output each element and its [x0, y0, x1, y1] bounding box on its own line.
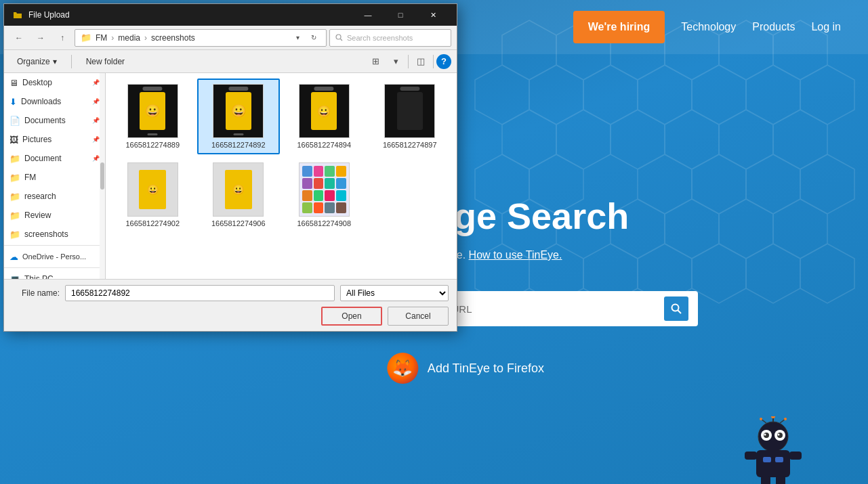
- search-box-placeholder: Search screenshots: [347, 34, 413, 42]
- search-submit-button[interactable]: [664, 296, 688, 321]
- search-box: Search screenshots: [329, 29, 451, 47]
- dialog-bottom: File name: All Files Open Cancel: [4, 279, 457, 331]
- help-button[interactable]: ?: [436, 54, 451, 69]
- toolbar-separator: [71, 55, 72, 68]
- close-button[interactable]: ✕: [417, 4, 449, 26]
- hero-heading: age Search: [434, 196, 629, 236]
- file-label-897: 1665812274897: [383, 141, 437, 149]
- cancel-button[interactable]: Cancel: [388, 307, 449, 326]
- sidebar-item-research[interactable]: 📁 research: [4, 187, 105, 206]
- sidebar-item-label: Pictures: [22, 135, 51, 144]
- sidebar-item-screenshots[interactable]: 📁 screenshots: [4, 225, 105, 244]
- sidebar-item-documents[interactable]: 📄 Documents 📌: [4, 111, 105, 130]
- sidebar-divider-2: [4, 267, 105, 268]
- folder-icon: 📁: [9, 173, 20, 183]
- file-item-897[interactable]: 1665812274897: [369, 79, 452, 154]
- file-item-902[interactable]: 😀 1665812274902: [111, 157, 194, 233]
- preview-pane-button[interactable]: ◫: [411, 53, 430, 70]
- organize-button[interactable]: Organize ▾: [9, 53, 64, 70]
- svg-rect-53: [745, 452, 757, 460]
- sidebar-item-label: Documents: [24, 116, 66, 125]
- filetype-select[interactable]: All Files: [340, 285, 449, 301]
- scrollbar-thumb[interactable]: [100, 162, 104, 190]
- forward-button[interactable]: →: [31, 29, 50, 47]
- sidebar-item-review[interactable]: 📁 Review: [4, 206, 105, 225]
- minimize-button[interactable]: —: [352, 4, 384, 26]
- file-item-894[interactable]: 😀 1665812274894: [283, 79, 366, 154]
- sidebar-item-document[interactable]: 📁 Document 📌: [4, 149, 105, 168]
- sidebar-item-onedrive[interactable]: ☁ OneDrive - Perso...: [4, 247, 105, 266]
- file-label-894: 1665812274894: [297, 141, 351, 149]
- file-item-889[interactable]: 😀 1665812274889: [111, 79, 194, 154]
- svg-point-49: [760, 418, 762, 420]
- sidebar-item-pictures[interactable]: 🖼 Pictures 📌: [4, 130, 105, 149]
- file-label-906: 1665812274906: [211, 219, 266, 227]
- sidebar-item-label: screenshots: [24, 229, 68, 239]
- pin-icon: 📌: [92, 155, 100, 162]
- svg-point-44: [764, 434, 766, 436]
- titlebar-controls: — □ ✕: [352, 4, 449, 26]
- sidebar-item-label: Document: [24, 154, 62, 163]
- sidebar-item-label: Review: [24, 211, 51, 220]
- products-nav-link[interactable]: Products: [752, 21, 795, 33]
- svg-rect-57: [763, 457, 771, 462]
- sidebar-item-label: Desktop: [22, 78, 52, 87]
- file-item-908[interactable]: 1665812274908: [283, 157, 366, 233]
- file-thumbnail-897: [384, 84, 435, 138]
- svg-point-51: [784, 418, 787, 420]
- file-thumbnail-889: 😀: [127, 84, 178, 138]
- maximize-button[interactable]: □: [385, 4, 416, 26]
- dialog-toolbar: Organize ▾ New folder ⊞ ▾ ◫ ?: [4, 50, 457, 73]
- downloads-icon: ⬇: [9, 97, 17, 107]
- sidebar-item-desktop[interactable]: 🖥 Desktop 📌: [4, 73, 105, 92]
- folder-icon: 📁: [9, 192, 20, 202]
- file-item-906[interactable]: 😀 1665812274906: [197, 157, 281, 233]
- view-extra-button[interactable]: ⊞: [366, 53, 385, 70]
- up-button[interactable]: ↑: [53, 29, 72, 47]
- search-bar: [434, 291, 698, 326]
- sidebar-item-label: FM: [24, 173, 36, 182]
- sidebar-item-label: OneDrive - Perso...: [22, 252, 86, 261]
- dialog-sidebar: 🖥 Desktop 📌 ⬇ Downloads 📌 📄 Documents 📌 …: [4, 73, 106, 279]
- technology-nav-link[interactable]: Technology: [681, 21, 736, 33]
- new-folder-button[interactable]: New folder: [79, 53, 132, 70]
- action-row: Open Cancel: [12, 307, 449, 326]
- back-button[interactable]: ←: [9, 29, 28, 47]
- file-grid: 😀 1665812274889 😀: [111, 79, 451, 233]
- login-nav-link[interactable]: Log in: [811, 21, 841, 33]
- onedrive-icon: ☁: [9, 252, 18, 262]
- folder-icon: 📁: [9, 211, 20, 221]
- svg-point-59: [336, 35, 341, 39]
- breadcrumb-icon: 📁: [81, 32, 91, 43]
- dialog-title-text: File Upload: [28, 10, 347, 20]
- svg-rect-52: [756, 450, 790, 477]
- sidebar-item-fm[interactable]: 📁 FM: [4, 168, 105, 187]
- robot-svg: [732, 416, 814, 484]
- url-search-input[interactable]: [443, 303, 659, 315]
- how-to-use-link[interactable]: How to use TinEye.: [469, 249, 562, 261]
- open-button[interactable]: Open: [321, 307, 382, 326]
- file-label-902: 1665812274902: [125, 219, 180, 227]
- documents-icon: 📄: [9, 116, 20, 126]
- hiring-button[interactable]: We're hiring: [573, 11, 665, 44]
- pictures-icon: 🖼: [9, 135, 18, 145]
- sidebar-item-label: research: [24, 192, 56, 201]
- breadcrumb-dropdown-button[interactable]: ▾: [291, 31, 304, 45]
- sidebar-item-label: Downloads: [21, 97, 61, 106]
- svg-point-45: [778, 434, 780, 436]
- filename-label: File name:: [12, 288, 60, 298]
- pin-icon: 📌: [92, 136, 100, 143]
- refresh-button[interactable]: ↻: [307, 31, 321, 45]
- file-item-892[interactable]: 😀 1665812274892: [197, 79, 281, 154]
- search-icon: [671, 303, 682, 314]
- sidebar-item-downloads[interactable]: ⬇ Downloads 📌: [4, 92, 105, 111]
- view-dropdown-button[interactable]: ▾: [386, 53, 405, 70]
- filename-input[interactable]: [65, 285, 335, 301]
- pc-icon: 💻: [9, 274, 20, 280]
- scrollbar-track[interactable]: [100, 73, 105, 279]
- svg-rect-56: [776, 476, 785, 484]
- sidebar-item-thispc[interactable]: 💻 This PC: [4, 269, 105, 279]
- filename-row: File name: All Files: [12, 285, 449, 301]
- breadcrumb-bar: 📁 FM › media › screenshots ▾ ↻: [75, 29, 327, 47]
- file-thumbnail-902: 😀: [127, 162, 178, 217]
